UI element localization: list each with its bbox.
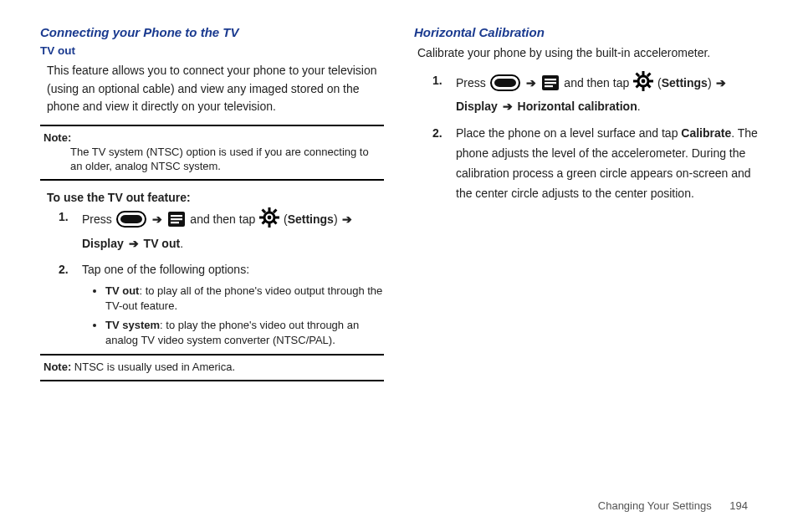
menu-key-icon (541, 74, 560, 98)
left-column: Connecting your Phone to the TV TV out T… (40, 25, 384, 391)
intro-paragraph: This feature allows you to connect your … (47, 62, 377, 116)
settings-label: Settings (288, 212, 334, 226)
tvout-label: TV out (144, 237, 181, 250)
list-item: TV system: to play the phone's video out… (105, 318, 384, 347)
step-text: Press (456, 76, 489, 90)
period: . (180, 237, 183, 250)
arrow-icon: ➔ (503, 97, 513, 117)
display-label: Display (82, 237, 124, 250)
paren-close: ) (708, 76, 715, 90)
menu-key-icon (167, 211, 186, 234)
steps-list: Press ➔ and then tap (Settings) ➔ Displa… (427, 71, 758, 204)
hcal-label: Horizontal calibration (518, 100, 637, 113)
list-item: TV out: to play all of the phone's video… (105, 284, 384, 313)
manual-page: Connecting your Phone to the TV TV out T… (0, 0, 798, 532)
step-text: and then tap (564, 76, 632, 90)
steps-list: Press ➔ and then tap (Settings) ➔ Displa… (54, 207, 384, 348)
home-key-icon (116, 211, 146, 234)
display-label: Display (456, 100, 498, 113)
page-footer: Changing Your Settings 194 (598, 499, 748, 512)
note-text: NTSC is usually used in America. (71, 361, 235, 373)
arrow-icon: ➔ (129, 234, 139, 254)
calibrate-label: Calibrate (681, 126, 731, 140)
step-item: Tap one of the following options: TV out… (54, 260, 384, 347)
note-box: Note: NTSC is usually used in America. (40, 354, 384, 381)
period: . (637, 100, 641, 113)
home-key-icon (490, 74, 520, 98)
bullet-list: TV out: to play all of the phone's video… (90, 284, 384, 347)
section-heading: Horizontal Calibration (414, 25, 758, 39)
note-box: Note: The TV system (NTSC) option is use… (40, 125, 384, 181)
right-column: Horizontal Calibration Calibrate your ph… (414, 25, 758, 391)
arrow-icon: ➔ (526, 74, 536, 94)
bullet-label: TV out (105, 284, 139, 297)
instruction-heading: To use the TV out feature: (47, 191, 377, 204)
note-text: The TV system (NTSC) option is used if y… (70, 146, 381, 174)
step-text: Press (82, 212, 115, 226)
step-text: Place the phone on a level surface and t… (456, 126, 681, 140)
note-label: Note: (43, 131, 71, 144)
arrow-icon: ➔ (716, 74, 726, 94)
paren-close: ) (334, 212, 341, 226)
step-text: and then tap (190, 212, 258, 226)
two-column-layout: Connecting your Phone to the TV TV out T… (40, 25, 758, 391)
step-item: Press ➔ and then tap (Settings) ➔ Displa… (427, 71, 758, 118)
step-item: Press ➔ and then tap (Settings) ➔ Displa… (54, 207, 384, 254)
gear-icon (259, 207, 279, 234)
bullet-text: : to play all of the phone's video outpu… (105, 284, 382, 312)
page-number: 194 (729, 499, 748, 512)
section-heading: Connecting your Phone to the TV (40, 25, 384, 39)
sub-heading: TV out (40, 44, 384, 57)
step-item: Place the phone on a level surface and t… (427, 124, 758, 203)
gear-icon (633, 71, 653, 98)
footer-section-label: Changing Your Settings (598, 499, 712, 512)
intro-paragraph: Calibrate your phone by using the built-… (417, 44, 751, 63)
note-label: Note: (43, 361, 71, 373)
arrow-icon: ➔ (342, 210, 352, 230)
step-text: Tap one of the following options: (82, 263, 249, 276)
arrow-icon: ➔ (152, 210, 162, 230)
bullet-label: TV system (105, 319, 160, 331)
settings-label: Settings (662, 76, 708, 90)
